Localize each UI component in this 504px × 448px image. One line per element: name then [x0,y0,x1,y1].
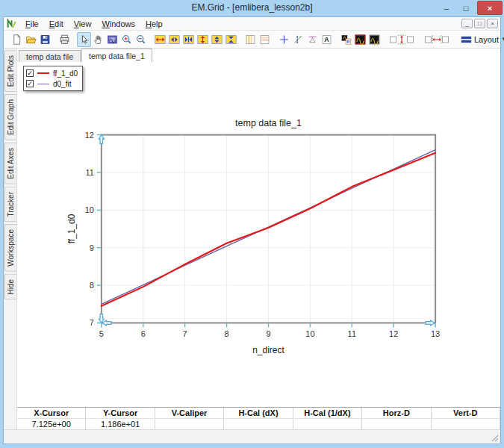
x-tick-label: 9 [266,329,270,338]
axis-arrow-left-icon [102,320,111,326]
distribute-vertical-icon[interactable] [387,32,417,47]
legend-line-swatch [37,72,49,74]
app-window: EM.Grid - [emlibera_lesson2b] – □ × File… [0,0,504,448]
horizontal-stripes-icon[interactable] [258,32,272,47]
window-title: EM.Grid - [emlibera_lesson2b] [0,2,504,13]
svg-text:A: A [324,36,329,43]
axis-arrow-right-icon [426,320,435,326]
menu-edit[interactable]: Edit [44,19,69,29]
x-tick-label: 11 [348,329,356,338]
menu-bar: FileEditViewWindowsHelp _ □ × [4,17,500,31]
y-tick-label: 7 [90,318,94,327]
sidebar-tab-hide[interactable]: Hide [4,274,16,300]
readout-value-h-cal-dx- [224,419,293,430]
legend-item-ff_1_d0: ✓ff_1_d0 [26,68,78,78]
maximize-button[interactable]: □ [456,0,476,16]
waveform-black-icon[interactable] [367,32,382,47]
readout-header: Y-Cursor [86,408,155,419]
x-tick-label: 8 [225,329,229,338]
document-tab-bar: temp data filetemp data file_1 [17,49,500,62]
menu-view[interactable]: View [69,19,97,29]
readout-header-row: X-CursorY-CursorV-CaliperH-Cal (dX)H-Cal… [17,408,500,419]
legend-checkbox-d0_fit[interactable]: ✓ [26,80,34,87]
axis-arrow-down-icon [99,314,104,323]
legend-label: ff_1_d0 [53,69,78,78]
mdi-minimize-button[interactable]: _ [461,19,473,28]
readout-header: H-Cal (1/dX) [293,408,362,419]
menu-help[interactable]: Help [140,19,168,29]
mdi-close-button[interactable]: × [487,19,498,28]
readout-header: V-Caliper [155,408,224,419]
y-tick-label: 8 [90,281,94,290]
text-label-icon[interactable]: A [320,32,334,47]
chart-title: temp data file_1 [235,118,302,128]
chevron-down-icon: ▼ [501,36,504,43]
menu-windows[interactable]: Windows [96,19,140,29]
compress-y-icon[interactable] [224,32,238,47]
pointer-tool-icon[interactable] [77,32,91,47]
doc-tab-temp-data-file_1[interactable]: temp data file_1 [81,49,152,62]
copy-plot-icon[interactable] [339,32,353,47]
sidebar-tab-edit-graph[interactable]: Edit Graph [4,94,16,140]
readout-header: Horz-D [362,408,431,419]
caliper-tool-icon[interactable] [305,32,320,47]
mdi-restore-button[interactable]: □ [474,19,485,28]
readout-value-y-cursor: 1.186e+01 [86,419,155,430]
print-icon[interactable] [57,32,72,47]
y-tick-label: 12 [85,131,94,140]
legend-item-d0_fit: ✓d0_fit [26,78,78,89]
axes-tool-icon[interactable] [291,32,305,47]
readout-value-x-cursor: 7.125e+00 [17,419,86,430]
pan-tool-icon[interactable] [91,32,105,47]
cross-cursor-icon[interactable] [277,32,291,47]
scroll-x-icon[interactable] [167,32,181,47]
cursor-readout-table: X-CursorY-CursorV-CaliperH-Cal (dX)H-Cal… [17,407,500,429]
sidebar-tab-strip: Edit PlotsEdit GraphEdit AxesTrackerWork… [4,49,17,429]
scroll-y-icon[interactable] [210,32,224,47]
zoom-out-icon[interactable] [134,32,148,47]
menu-file[interactable]: File [20,19,44,29]
doc-tab-temp-data-file[interactable]: temp data file [19,50,81,62]
x-tick-label: 7 [183,329,187,338]
close-button[interactable]: × [477,1,503,15]
toolbar: ALayout▼ [4,31,500,49]
status-bar [4,429,500,444]
main-panel: temp data filetemp data file_1 789101112… [17,49,500,429]
sidebar-tab-tracker[interactable]: Tracker [4,187,16,223]
expand-y-icon[interactable] [196,32,210,47]
expand-x-icon[interactable] [153,32,167,47]
zoom-region-icon[interactable] [105,32,119,47]
sidebar-tab-edit-plots[interactable]: Edit Plots [4,50,16,92]
open-file-icon[interactable] [24,32,38,47]
readout-value-h-cal-1-dx- [293,419,362,430]
distribute-horizontal-icon[interactable] [422,32,452,47]
save-icon[interactable] [38,32,52,47]
content-area: Edit PlotsEdit GraphEdit AxesTrackerWork… [4,49,500,429]
x-tick-label: 5 [99,329,104,338]
legend-line-swatch [37,84,49,84]
title-bar: EM.Grid - [emlibera_lesson2b] – □ × [0,0,504,16]
zoom-in-icon[interactable] [119,32,134,47]
vertical-stripes-icon[interactable] [243,32,258,47]
new-file-icon[interactable] [10,32,24,47]
layout-icon [461,34,472,45]
sidebar-tab-edit-axes[interactable]: Edit Axes [4,143,16,184]
y-tick-label: 9 [90,243,94,252]
layout-dropdown[interactable]: Layout▼ [457,32,504,47]
legend-checkbox-ff_1_d0[interactable]: ✓ [26,69,34,77]
app-frame: FileEditViewWindowsHelp _ □ × ALayout▼ E… [3,16,501,444]
x-tick-label: 10 [305,329,314,338]
minimize-button[interactable]: – [437,0,456,16]
sidebar-tab-workspace[interactable]: Workspace [4,224,16,272]
chart-area[interactable]: 7891011125678910111213temp data file_1n_… [17,62,500,407]
line-chart[interactable]: 7891011125678910111213temp data file_1n_… [17,62,500,407]
chart-legend[interactable]: ✓ff_1_d0✓d0_fit [23,66,83,91]
legend-label: d0_fit [53,80,71,88]
app-logo-icon [6,19,17,29]
menu-bar-items: FileEditViewWindowsHelp [20,19,168,29]
x-axis-label: n_direct [252,345,284,355]
resize-grip-icon[interactable] [490,433,500,443]
compress-x-icon[interactable] [181,32,196,47]
x-tick-label: 6 [141,329,146,338]
waveform-red-icon[interactable] [353,32,367,47]
